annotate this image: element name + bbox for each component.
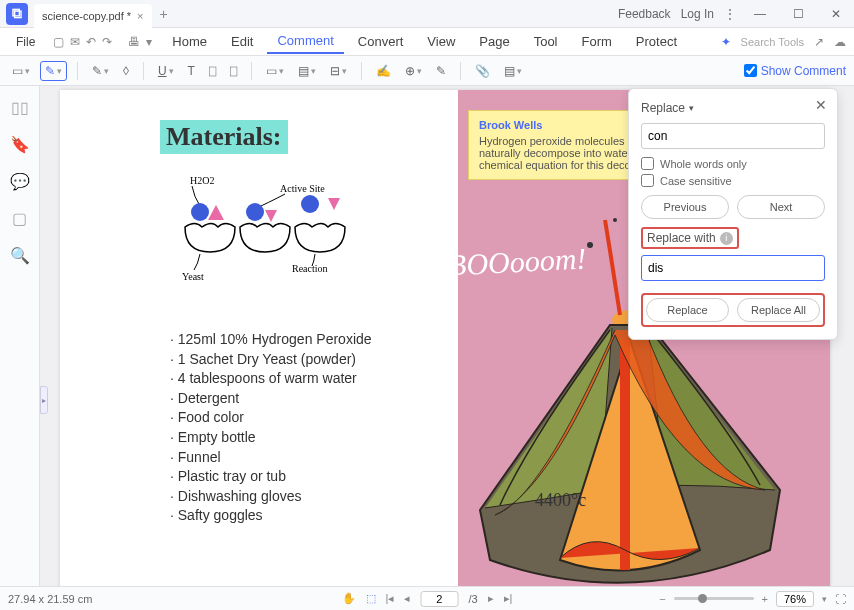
login-link[interactable]: Log In [681, 7, 714, 21]
svg-point-4 [301, 195, 319, 213]
feedback-link[interactable]: Feedback [618, 7, 671, 21]
chevron-down-icon: ▾ [689, 103, 694, 113]
list-item: Detergent [170, 389, 372, 409]
stamp2-tool[interactable]: ⊕▾ [401, 62, 426, 80]
list-item: Funnel [170, 448, 372, 468]
menu-view[interactable]: View [417, 30, 465, 53]
underline-tool[interactable]: U▾ [154, 62, 178, 80]
text-tool[interactable]: T [184, 62, 199, 80]
new-tab-button[interactable]: + [160, 6, 168, 22]
print-icon[interactable]: 🖶 [128, 35, 140, 49]
list-item: Plastic tray or tub [170, 467, 372, 487]
page-dimensions: 27.94 x 21.59 cm [8, 593, 92, 605]
menu-edit[interactable]: Edit [221, 30, 263, 53]
list-item: Dishwashing gloves [170, 487, 372, 507]
find-input[interactable] [641, 123, 825, 149]
menu-protect[interactable]: Protect [626, 30, 687, 53]
cloud-icon[interactable]: ☁ [834, 35, 846, 49]
first-page-icon[interactable]: |◂ [386, 592, 395, 605]
label-h2o2: H2O2 [190, 175, 214, 186]
menu-convert[interactable]: Convert [348, 30, 414, 53]
replace-mode-dropdown[interactable]: Replace ▾ [641, 101, 825, 115]
attachment-panel-icon[interactable]: ▢ [12, 209, 27, 228]
print-dropdown-icon[interactable]: ▾ [146, 35, 152, 49]
note-tool[interactable]: ▭▾ [8, 62, 34, 80]
attachment-tool[interactable]: 📎 [471, 62, 494, 80]
zoom-input[interactable] [776, 591, 814, 607]
close-tab-icon[interactable]: × [137, 10, 143, 22]
close-window-button[interactable]: ✕ [822, 0, 850, 28]
fit-page-icon[interactable]: ⛶ [835, 593, 846, 605]
save-icon[interactable]: ▢ [53, 35, 64, 49]
search-panel-icon[interactable]: 🔍 [10, 246, 30, 265]
next-page-icon[interactable]: ▸ [488, 592, 494, 605]
thumbnails-icon[interactable]: ▯▯ [11, 98, 29, 117]
svg-point-7 [587, 242, 593, 248]
clip-tool[interactable]: ✎ [432, 62, 450, 80]
menu-page[interactable]: Page [469, 30, 519, 53]
show-comment-toggle[interactable]: Show Comment [744, 64, 846, 78]
hand-tool-icon[interactable]: ✋ [342, 592, 356, 605]
app-icon: ⧉ [6, 3, 28, 25]
svg-point-9 [613, 218, 617, 222]
minimize-button[interactable]: — [746, 0, 774, 28]
undo-icon[interactable]: ↶ [86, 35, 96, 49]
maximize-button[interactable]: ☐ [784, 0, 812, 28]
replace-panel: ✕ Replace ▾ Whole words only Case sensit… [628, 88, 838, 340]
callout-tool[interactable]: ⎕ [226, 62, 241, 80]
prev-page-icon[interactable]: ◂ [404, 592, 410, 605]
document-tab[interactable]: science-copy.pdf * × [34, 4, 152, 28]
menu-home[interactable]: Home [162, 30, 217, 53]
svg-marker-1 [208, 205, 224, 220]
whole-words-checkbox[interactable] [641, 157, 654, 170]
highlight-tool[interactable]: ✎▾ [40, 61, 67, 81]
previous-button[interactable]: Previous [641, 195, 729, 219]
file-menu[interactable]: File [8, 33, 43, 51]
zoom-in-icon[interactable]: + [762, 593, 768, 605]
signature-tool[interactable]: ✍ [372, 62, 395, 80]
menu-comment[interactable]: Comment [267, 29, 343, 54]
textbox-tool[interactable]: ⎕ [205, 62, 220, 80]
bookmark-icon[interactable]: 🔖 [10, 135, 30, 154]
next-button[interactable]: Next [737, 195, 825, 219]
panel-tool[interactable]: ▤▾ [500, 62, 526, 80]
wand-icon[interactable]: ✦ [721, 35, 731, 49]
replace-with-input[interactable] [641, 255, 825, 281]
show-comment-label: Show Comment [761, 64, 846, 78]
select-tool-icon[interactable]: ⬚ [366, 592, 376, 605]
kebab-icon[interactable]: ⋮ [724, 7, 736, 21]
comment-panel-icon[interactable]: 💬 [10, 172, 30, 191]
temperature-label: 4400°c [535, 490, 586, 511]
replace-button[interactable]: Replace [646, 298, 729, 322]
zoom-slider[interactable] [674, 597, 754, 600]
materials-list: 125ml 10% Hydrogen Peroxide 1 Sachet Dry… [170, 330, 372, 526]
mail-icon[interactable]: ✉ [70, 35, 80, 49]
rail-toggle[interactable]: ▸ [40, 386, 48, 414]
measure-tool[interactable]: ⊟▾ [326, 62, 351, 80]
svg-point-2 [246, 203, 264, 221]
last-page-icon[interactable]: ▸| [504, 592, 513, 605]
redo-icon[interactable]: ↷ [102, 35, 112, 49]
eraser-tool[interactable]: ◊ [119, 62, 133, 80]
page-number-input[interactable] [420, 591, 458, 607]
show-comment-checkbox[interactable] [744, 64, 757, 77]
menu-tool[interactable]: Tool [524, 30, 568, 53]
share-icon[interactable]: ↗ [814, 35, 824, 49]
zoom-out-icon[interactable]: − [659, 593, 665, 605]
comment-toolbar: ▭▾ ✎▾ ✎▾ ◊ U▾ T ⎕ ⎕ ▭▾ ▤▾ ⊟▾ ✍ ⊕▾ ✎ 📎 ▤▾… [0, 56, 854, 86]
info-icon[interactable]: i [720, 232, 733, 245]
pencil-tool[interactable]: ✎▾ [88, 62, 113, 80]
replace-with-label: Replace with [647, 231, 716, 245]
svg-point-0 [191, 203, 209, 221]
zoom-dropdown-icon[interactable]: ▾ [822, 594, 827, 604]
close-panel-icon[interactable]: ✕ [815, 97, 827, 113]
stamp-tool[interactable]: ▤▾ [294, 62, 320, 80]
menu-form[interactable]: Form [572, 30, 622, 53]
list-item: Food color [170, 408, 372, 428]
case-sensitive-label: Case sensitive [660, 175, 732, 187]
svg-marker-5 [328, 198, 340, 210]
replace-all-button[interactable]: Replace All [737, 298, 820, 322]
case-sensitive-checkbox[interactable] [641, 174, 654, 187]
shape-tool[interactable]: ▭▾ [262, 62, 288, 80]
search-tools-input[interactable]: Search Tools [741, 36, 804, 48]
